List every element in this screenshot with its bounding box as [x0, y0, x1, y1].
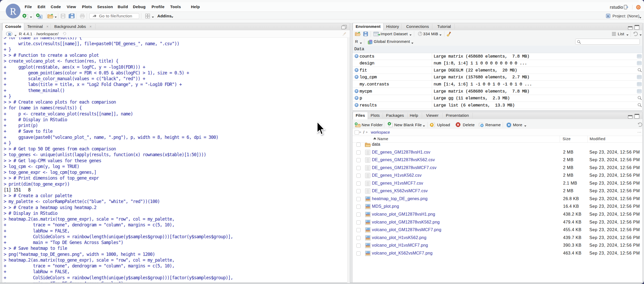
svg-text:R: R — [39, 16, 41, 18]
svg-text:R: R — [8, 32, 11, 36]
svg-text:R: R — [607, 14, 610, 18]
